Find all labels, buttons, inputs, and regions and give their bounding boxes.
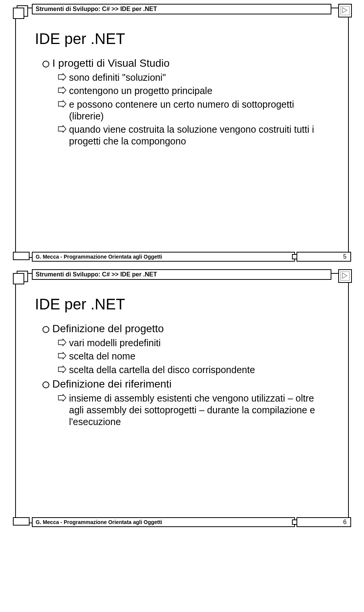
slide: Strumenti di Sviluppo: C# >> IDE per .NE… xyxy=(15,8,349,258)
corner-decoration-tl xyxy=(13,271,28,281)
breadcrumb-text: Strumenti di Sviluppo: C# >> IDE per .NE… xyxy=(36,271,157,278)
next-slide-button[interactable] xyxy=(338,4,352,17)
page-number: 5 xyxy=(343,253,347,260)
bullet-text: contengono un progetto principale xyxy=(69,85,212,96)
bullet-level2: insieme di assembly esistenti che vengon… xyxy=(58,392,329,428)
bullet-level2: vari modelli predefiniti xyxy=(58,337,329,349)
slide-frame: Strumenti di Sviluppo: C# >> IDE per .NE… xyxy=(15,273,349,523)
slide-title: IDE per .NET xyxy=(35,296,329,313)
breadcrumb: Strumenti di Sviluppo: C# >> IDE per .NE… xyxy=(32,269,331,280)
play-icon xyxy=(340,271,350,281)
arrow-icon xyxy=(58,73,67,81)
slide-title: IDE per .NET xyxy=(35,30,329,47)
svg-marker-1 xyxy=(342,273,347,278)
bullet-level2: scelta della cartella del disco corrispo… xyxy=(58,364,329,376)
footer: G. Mecca - Programmazione Orientata agli… xyxy=(32,252,295,262)
bullet-level1: Definizione del progetto xyxy=(42,323,329,335)
bullet-text: vari modelli predefiniti xyxy=(69,337,161,348)
arrow-icon xyxy=(58,125,67,133)
bullet-text: insieme di assembly esistenti che vengon… xyxy=(69,393,315,427)
slide-frame: Strumenti di Sviluppo: C# >> IDE per .NE… xyxy=(15,8,349,258)
arrow-icon xyxy=(58,86,67,94)
arrow-icon xyxy=(58,339,67,346)
play-icon xyxy=(340,6,350,15)
bullet-level2: scelta del nome xyxy=(58,350,329,362)
bullet-level2: sono definiti "soluzioni" xyxy=(58,72,329,83)
bullet-text: sono definiti "soluzioni" xyxy=(69,72,166,83)
breadcrumb-text: Strumenti di Sviluppo: C# >> IDE per .NE… xyxy=(36,6,157,13)
svg-marker-0 xyxy=(342,8,347,13)
bullet-text: e possono contenere un certo numero di s… xyxy=(69,99,294,121)
bullet-text: scelta della cartella del disco corrispo… xyxy=(69,364,255,375)
bullet-text: Definizione dei riferimenti xyxy=(52,378,171,390)
footer-text: G. Mecca - Programmazione Orientata agli… xyxy=(36,254,162,260)
arrow-icon xyxy=(58,394,67,402)
slide: Strumenti di Sviluppo: C# >> IDE per .NE… xyxy=(15,273,349,523)
arrow-icon xyxy=(58,366,67,373)
footer: G. Mecca - Programmazione Orientata agli… xyxy=(32,517,295,527)
bullet-text: Definizione del progetto xyxy=(52,323,164,334)
page-number: 6 xyxy=(343,519,347,526)
bullet-level2: quando viene costruita la soluzione veng… xyxy=(58,124,329,148)
footer-text: G. Mecca - Programmazione Orientata agli… xyxy=(36,519,162,525)
slide-content: IDE per .NET I progetti di Visual Studio… xyxy=(27,26,337,148)
page-number-box: 5 xyxy=(297,252,351,262)
arrow-icon xyxy=(58,100,67,108)
bullet-level1: I progetti di Visual Studio xyxy=(42,57,329,69)
corner-decoration-bl xyxy=(13,517,30,526)
page-number-box: 6 xyxy=(297,517,351,527)
bullet-text: scelta del nome xyxy=(69,351,135,361)
arrow-icon xyxy=(58,352,67,359)
bullet-text: I progetti di Visual Studio xyxy=(52,57,169,69)
corner-decoration-bl xyxy=(13,252,30,260)
next-slide-button[interactable] xyxy=(338,269,352,283)
slide-content: IDE per .NET Definizione del progetto va… xyxy=(27,291,337,428)
bullet-text: quando viene costruita la soluzione veng… xyxy=(69,124,314,146)
breadcrumb: Strumenti di Sviluppo: C# >> IDE per .NE… xyxy=(32,4,331,14)
bullet-level1: Definizione dei riferimenti xyxy=(42,378,329,390)
bullet-level2: e possono contenere un certo numero di s… xyxy=(58,99,329,122)
bullet-level2: contengono un progetto principale xyxy=(58,85,329,97)
corner-decoration-tl xyxy=(13,5,28,16)
